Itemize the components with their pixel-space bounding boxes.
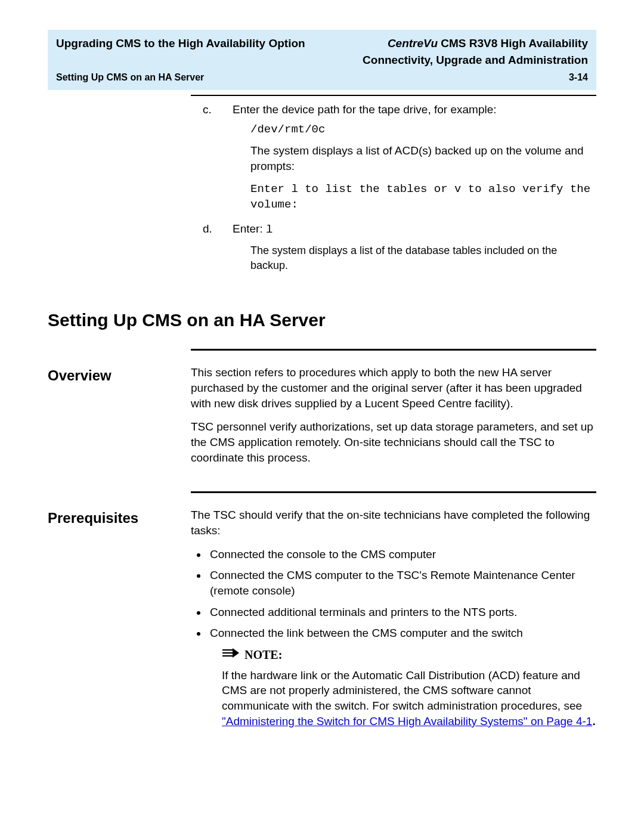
prerequisites-list: Connected the console to the CMS compute… — [191, 547, 596, 641]
svg-marker-3 — [233, 648, 239, 658]
note-text-pre: If the hardware link or the Automatic Ca… — [222, 669, 582, 712]
list-item: Connected the console to the CMS compute… — [208, 547, 596, 562]
step-c-code: /dev/rmt/0c — [250, 122, 596, 138]
header-right-title-rest: CMS R3V8 High Availability — [438, 37, 588, 49]
step-letter: d. — [203, 221, 233, 272]
step-c-prompt: Enter l to list the tables or v to also … — [250, 182, 596, 212]
section-title: Setting Up CMS on an HA Server — [48, 308, 596, 333]
step-d-intro: Enter: l — [233, 221, 596, 238]
header-right-title: CentreVu CMS R3V8 High Availability — [388, 36, 588, 51]
step-d-intro-code: l — [266, 223, 273, 236]
header-right-subtitle: Connectivity, Upgrade and Administration — [363, 52, 588, 68]
overview-section: Overview This section refers to procedur… — [48, 365, 596, 473]
step-d-intro-pre: Enter: — [233, 222, 266, 235]
note-link[interactable]: "Administering the Switch for CMS High A… — [222, 715, 592, 727]
page-header: Upgrading CMS to the High Availability O… — [48, 30, 596, 90]
step-c-after1: The system displays a list of ACD(s) bac… — [250, 143, 596, 174]
step-c-intro: Enter the device path for the tape drive… — [233, 102, 596, 117]
step-d: d. Enter: l The system displays a list o… — [48, 221, 596, 272]
list-item: Connected additional terminals and print… — [208, 605, 596, 620]
prerequisites-section: Prerequisites The TSC should verify that… — [48, 507, 596, 729]
overview-heading: Overview — [48, 365, 191, 473]
note-label: NOTE: — [244, 647, 282, 663]
list-item: Connected the link between the CMS compu… — [208, 625, 596, 641]
header-page-number: 3-14 — [569, 71, 588, 84]
note-text-post: . — [592, 715, 595, 727]
horizontal-rule — [191, 349, 596, 351]
note-block: NOTE: If the hardware link or the Automa… — [222, 647, 596, 729]
header-right-title-italic: CentreVu — [388, 37, 438, 49]
step-d-after: The system displays a list of the databa… — [250, 243, 596, 272]
note-arrow-icon — [222, 647, 240, 662]
overview-p2: TSC personnel verify authorizations, set… — [191, 419, 596, 465]
step-letter: c. — [203, 102, 233, 213]
header-left-title: Upgrading CMS to the High Availability O… — [56, 36, 305, 51]
list-item: Connected the CMS computer to the TSC's … — [208, 568, 596, 598]
note-text: If the hardware link or the Automatic Ca… — [222, 668, 596, 729]
prerequisites-intro: The TSC should verify that the on-site t… — [191, 507, 596, 538]
overview-p1: This section refers to procedures which … — [191, 365, 596, 411]
step-c: c. Enter the device path for the tape dr… — [48, 102, 596, 213]
horizontal-rule — [191, 95, 596, 96]
horizontal-rule — [191, 491, 596, 493]
prerequisites-heading: Prerequisites — [48, 507, 191, 729]
header-left-small: Setting Up CMS on an HA Server — [56, 71, 204, 84]
